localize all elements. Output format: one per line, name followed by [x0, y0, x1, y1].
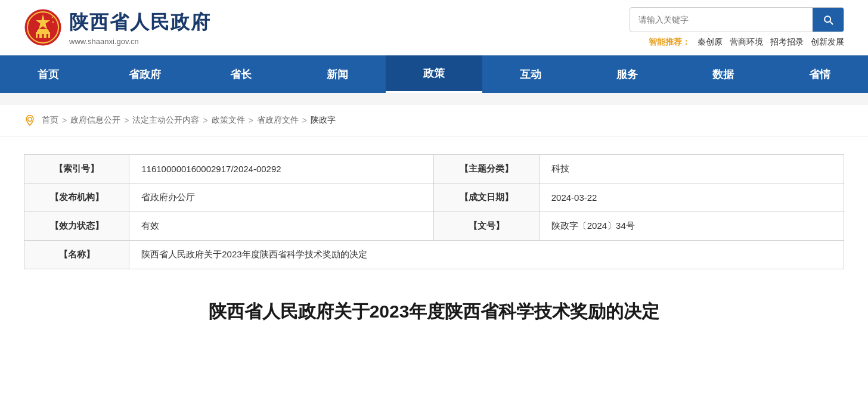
- breadcrumb: 首页 > 政府信息公开 > 法定主动公开内容 > 政策文件 > 省政府文件 > …: [0, 105, 868, 136]
- nav-item-news[interactable]: 新闻: [289, 57, 386, 92]
- nav-item-data[interactable]: 数据: [675, 57, 771, 92]
- page-header: 陕西省人民政府 www.shaanxi.gov.cn 智能推荐： 秦创原 营商环…: [0, 0, 868, 55]
- doc-meta-table: 【索引号】 116100000160002917/2024-00292 【主题分…: [24, 154, 844, 269]
- breadcrumb-sep-3: >: [249, 116, 253, 125]
- table-row-name: 【名称】 陕西省人民政府关于2023年度陕西省科学技术奖励的决定: [24, 241, 844, 269]
- publisher-label: 【发布机构】: [24, 183, 129, 212]
- table-row-publisher: 【发布机构】 省政府办公厅 【成文日期】 2024-03-22: [24, 183, 844, 212]
- status-value: 有效: [129, 212, 434, 241]
- doc-no-label: 【文号】: [434, 212, 539, 241]
- table-row-index: 【索引号】 116100000160002917/2024-00292 【主题分…: [24, 155, 844, 183]
- sub-header-stripe: [0, 93, 868, 105]
- index-no-value: 116100000160002917/2024-00292: [129, 155, 434, 183]
- breadcrumb-link-4[interactable]: 省政府文件: [257, 115, 299, 126]
- name-value: 陕西省人民政府关于2023年度陕西省科学技术奖励的决定: [129, 241, 844, 269]
- date-label: 【成文日期】: [434, 183, 539, 212]
- smart-recommend: 智能推荐： 秦创原 营商环境 招考招录 创新发展: [649, 37, 844, 48]
- breadcrumb-location-icon: [24, 114, 36, 126]
- nav-item-province[interactable]: 省情: [771, 57, 868, 92]
- nav-item-interaction[interactable]: 互动: [482, 57, 579, 92]
- breadcrumb-sep-2: >: [203, 116, 207, 125]
- breadcrumb-link-1[interactable]: 政府信息公开: [70, 115, 120, 126]
- index-no-label: 【索引号】: [24, 155, 129, 183]
- name-label: 【名称】: [24, 241, 129, 269]
- nav-item-government[interactable]: 省政府: [97, 57, 193, 92]
- date-value: 2024-03-22: [539, 183, 844, 212]
- smart-tag-2[interactable]: 招考招录: [770, 37, 804, 48]
- svg-rect-10: [46, 34, 48, 38]
- smart-tag-3[interactable]: 创新发展: [811, 37, 844, 48]
- main-nav: 首页 省政府 省长 新闻 政策 互动 服务 数据 省情: [0, 55, 868, 93]
- breadcrumb-sep-0: >: [62, 116, 67, 125]
- breadcrumb-link-0[interactable]: 首页: [42, 115, 58, 126]
- nav-item-policy[interactable]: 政策: [386, 55, 482, 93]
- search-input[interactable]: [630, 9, 813, 30]
- nav-item-service[interactable]: 服务: [579, 57, 675, 92]
- smart-tag-1[interactable]: 营商环境: [730, 37, 763, 48]
- content-area: 【索引号】 116100000160002917/2024-00292 【主题分…: [0, 136, 868, 348]
- search-area: 智能推荐： 秦创原 营商环境 招考招录 创新发展: [630, 7, 844, 48]
- table-row-status: 【效力状态】 有效 【文号】 陕政字〔2024〕34号: [24, 212, 844, 241]
- publisher-value: 省政府办公厅: [129, 183, 434, 212]
- search-icon: [822, 14, 834, 26]
- smart-tag-0[interactable]: 秦创原: [698, 37, 723, 48]
- breadcrumb-current: 陕政字: [311, 115, 336, 126]
- doc-title: 陕西省人民政府关于2023年度陕西省科学技术奖励的决定: [24, 287, 844, 330]
- nav-item-home[interactable]: 首页: [0, 57, 97, 92]
- theme-value: 科技: [539, 155, 844, 183]
- doc-no-value: 陕政字〔2024〕34号: [539, 212, 844, 241]
- search-box: [630, 7, 844, 32]
- breadcrumb-link-2[interactable]: 法定主动公开内容: [132, 115, 199, 126]
- svg-rect-9: [42, 34, 44, 38]
- site-title: 陕西省人民政府: [69, 10, 211, 36]
- site-url: www.shaanxi.gov.cn: [69, 37, 211, 46]
- svg-rect-7: [38, 29, 48, 32]
- government-emblem-icon: [24, 8, 62, 46]
- nav-item-governor[interactable]: 省长: [193, 57, 290, 92]
- theme-label: 【主题分类】: [434, 155, 539, 183]
- smart-label: 智能推荐：: [649, 37, 690, 48]
- search-button[interactable]: [813, 8, 844, 32]
- breadcrumb-link-3[interactable]: 政策文件: [212, 115, 245, 126]
- breadcrumb-sep-1: >: [124, 116, 129, 125]
- svg-point-11: [28, 117, 32, 122]
- status-label: 【效力状态】: [24, 212, 129, 241]
- breadcrumb-sep-4: >: [302, 116, 307, 125]
- logo-area: 陕西省人民政府 www.shaanxi.gov.cn: [24, 8, 211, 46]
- svg-rect-8: [38, 34, 39, 38]
- logo-text: 陕西省人民政府 www.shaanxi.gov.cn: [69, 10, 211, 46]
